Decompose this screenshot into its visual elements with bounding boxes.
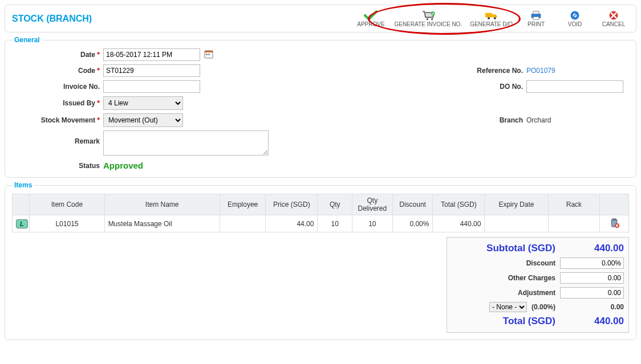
item-badge: L: [16, 219, 28, 228]
total-label: Total (SGD): [452, 316, 555, 327]
tax-value: 0.00: [560, 303, 624, 311]
subtotal-value: 440.00: [560, 243, 624, 254]
cart-invoice-icon: [420, 10, 436, 21]
void-icon: [567, 10, 583, 21]
branch-label: Branch: [469, 116, 526, 124]
delete-row-icon[interactable]: [609, 222, 619, 230]
toolbar: APPROVE GENERATE INVOICE NO. GENERATE D/…: [355, 10, 629, 27]
svg-point-5: [493, 17, 496, 19]
void-button[interactable]: VOID: [559, 10, 590, 27]
total-value: 440.00: [560, 316, 624, 327]
remark-textarea[interactable]: [103, 130, 269, 156]
generate-do-button[interactable]: GENERATE D/O: [470, 10, 513, 27]
discount-input[interactable]: [560, 257, 624, 269]
svg-rect-14: [205, 51, 213, 52]
invoiceno-label: Invoice No.: [12, 83, 103, 91]
svg-rect-15: [206, 54, 208, 55]
table-header-row: Item Code Item Name Employee Price (SGD)…: [13, 194, 629, 215]
remark-label: Remark: [12, 130, 103, 145]
date-label: Date *: [12, 51, 103, 59]
general-section: General Date * Code * Reference No. PO01…: [5, 36, 636, 178]
status-value: Approved: [103, 161, 143, 170]
branch-value: Orchard: [526, 116, 629, 124]
issuedby-label: Issued By *: [12, 99, 103, 107]
cancel-icon: [606, 10, 622, 21]
truck-icon: [484, 10, 500, 21]
svg-rect-17: [612, 219, 616, 220]
calendar-icon[interactable]: [204, 50, 213, 60]
approve-button[interactable]: APPROVE: [355, 10, 386, 27]
stockmove-select[interactable]: Movement (Out): [103, 113, 183, 127]
othercharges-label: Other Charges: [452, 274, 555, 282]
adjustment-input[interactable]: [560, 287, 624, 298]
dono-label: DO No.: [469, 83, 526, 91]
items-table: Item Code Item Name Employee Price (SGD)…: [12, 194, 629, 232]
svg-rect-7: [533, 11, 539, 14]
svg-rect-3: [485, 13, 492, 17]
issuedby-select[interactable]: 4 Liew: [103, 96, 183, 110]
tax-select[interactable]: - None -: [489, 302, 527, 312]
svg-rect-16: [208, 54, 210, 55]
svg-point-1: [431, 18, 433, 20]
dono-input[interactable]: [526, 80, 623, 93]
check-icon: [363, 10, 379, 21]
print-button[interactable]: PRINT: [521, 10, 551, 27]
subtotal-label: Subtotal (SGD): [452, 243, 555, 254]
printer-icon: [528, 10, 544, 21]
stockmove-label: Stock Movement *: [12, 116, 103, 124]
page-title: STOCK (BRANCH): [12, 14, 92, 24]
discount-label: Discount: [452, 259, 555, 267]
generate-invoice-button[interactable]: GENERATE INVOICE NO.: [394, 10, 462, 27]
general-legend: General: [12, 36, 42, 44]
adjustment-label: Adjustment: [452, 289, 555, 297]
svg-point-0: [426, 18, 428, 20]
refno-link[interactable]: PO01079: [526, 67, 555, 75]
code-input[interactable]: [103, 64, 200, 77]
totals-box: Subtotal (SGD) 440.00 Discount Other Cha…: [447, 237, 629, 333]
svg-point-4: [487, 17, 489, 19]
othercharges-input[interactable]: [560, 272, 624, 284]
cancel-button[interactable]: CANCEL: [598, 10, 629, 27]
code-label: Code *: [12, 67, 103, 75]
svg-rect-8: [533, 17, 539, 20]
refno-label: Reference No.: [469, 67, 526, 75]
tax-pct: (0.00%): [532, 303, 555, 311]
items-section: Items Item Code Item Name Employee Price…: [5, 181, 636, 340]
invoiceno-input[interactable]: [103, 80, 200, 93]
date-input[interactable]: [103, 48, 200, 61]
status-label: Status: [12, 162, 103, 170]
table-row[interactable]: L L01015 Mustela Massage Oil 44.00 10 10…: [13, 215, 629, 232]
header-bar: STOCK (BRANCH) APPROVE GENERATE INVOICE …: [5, 5, 636, 32]
items-legend: Items: [12, 181, 34, 189]
